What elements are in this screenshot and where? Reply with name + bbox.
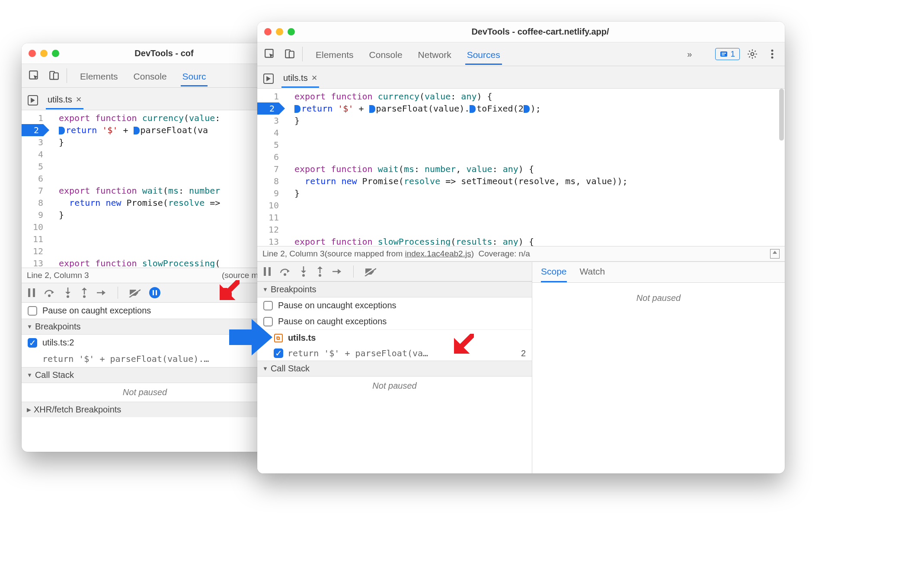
svg-point-17 (751, 53, 754, 56)
annotation-blue-arrow-icon (229, 319, 272, 355)
svg-point-19 (771, 53, 774, 55)
breakpoint-file-row[interactable]: ▼ ⧉ utils.ts (257, 329, 532, 346)
minimize-icon[interactable] (276, 28, 283, 35)
titlebar[interactable]: DevTools - coffee-cart.netlify.app/ (257, 22, 785, 42)
breakpoint-file-name: utils.ts (288, 333, 316, 343)
not-paused-label: Not paused (257, 377, 532, 395)
step-out-icon[interactable] (316, 266, 324, 277)
pause-on-caught-checkbox[interactable]: Pause on caught exceptions (22, 303, 268, 319)
step-icon[interactable] (333, 268, 343, 275)
kebab-menu-icon[interactable] (765, 47, 780, 61)
step-into-icon[interactable] (300, 266, 307, 277)
svg-rect-0 (29, 71, 37, 79)
svg-point-7 (83, 295, 86, 298)
code-content[interactable]: export function currency(value: any) {re… (283, 89, 628, 246)
device-toggle-icon[interactable] (282, 47, 297, 61)
breakpoint-marker-icon[interactable] (369, 105, 375, 113)
checkbox-checked-icon[interactable]: ✓ (274, 348, 283, 358)
svg-point-18 (771, 50, 774, 52)
step-out-icon[interactable] (80, 288, 88, 298)
file-tab-label: utils.ts (48, 95, 72, 105)
file-tab-bar: utils.ts ✕ (22, 88, 268, 110)
tab-watch[interactable]: Watch (580, 266, 605, 282)
breakpoint-item[interactable]: ✓ return '$' + parseFloat(va… 2 (257, 346, 532, 361)
svg-rect-22 (269, 267, 271, 276)
checkbox-checked-icon[interactable]: ✓ (28, 338, 37, 348)
chevron-down-icon: ▼ (27, 372, 32, 378)
close-icon[interactable] (29, 50, 36, 57)
breakpoint-title: utils.ts:2 (42, 338, 74, 348)
main-toolbar: Elements Console Network Sources » 1 (257, 42, 785, 66)
device-toggle-icon[interactable] (47, 68, 61, 83)
code-content[interactable]: export function currency(value:return '$… (48, 110, 220, 268)
tab-console[interactable]: Console (368, 44, 404, 64)
deactivate-breakpoints-icon[interactable] (128, 288, 141, 297)
step-over-icon[interactable] (44, 288, 55, 297)
step-into-icon[interactable] (64, 288, 72, 298)
deactivate-breakpoints-icon[interactable] (364, 267, 376, 276)
section-xhr-breakpoints[interactable]: ▶ XHR/fetch Breakpoints (22, 402, 268, 417)
inspect-icon[interactable] (27, 68, 42, 83)
section-call-stack[interactable]: ▼ Call Stack (257, 361, 532, 377)
navigator-toggle-icon[interactable] (28, 95, 38, 105)
sourcemap-note: (source ma (222, 271, 263, 280)
minimize-icon[interactable] (40, 50, 48, 57)
cursor-position: Line 2, Column 3 (262, 249, 325, 259)
checkbox-unchecked-icon[interactable] (263, 301, 273, 310)
expand-icon[interactable] (770, 249, 780, 259)
breakpoint-marker-icon[interactable] (134, 127, 140, 134)
inspect-icon[interactable] (262, 47, 277, 61)
tab-console[interactable]: Console (132, 65, 169, 86)
breakpoint-marker-icon[interactable] (59, 127, 65, 134)
pause-icon[interactable] (28, 288, 35, 297)
navigator-toggle-icon[interactable] (263, 74, 274, 84)
source-file-link[interactable]: index.1ac4eab2.js (405, 249, 471, 258)
close-icon[interactable] (264, 28, 272, 35)
step-over-icon[interactable] (280, 267, 291, 276)
sourcemap-note: (source mapped from index.1ac4eab2.js) C… (325, 249, 530, 259)
pause-on-exceptions-icon[interactable] (149, 287, 160, 298)
tab-network[interactable]: Network (416, 44, 453, 64)
pause-caught-label: Pause on caught exceptions (278, 316, 387, 326)
not-paused-label: Not paused (22, 383, 268, 402)
chevron-down-icon: ▼ (262, 365, 268, 372)
pause-caught-label: Pause on caught exceptions (42, 306, 151, 316)
issues-badge[interactable]: 1 (715, 48, 740, 60)
file-tab-utils[interactable]: utils.ts ✕ (281, 70, 319, 88)
tab-elements[interactable]: Elements (314, 44, 355, 64)
section-breakpoints[interactable]: ▼ Breakpoints (257, 281, 532, 297)
breakpoint-marker-icon[interactable] (524, 105, 530, 113)
svg-rect-9 (153, 290, 154, 295)
svg-rect-13 (289, 51, 294, 58)
tab-sources[interactable]: Sources (465, 44, 502, 64)
zoom-icon[interactable] (52, 50, 59, 57)
svg-rect-10 (156, 290, 157, 295)
scrollbar-thumb[interactable] (779, 89, 784, 141)
debugger-toolbar (257, 262, 532, 281)
pause-on-caught-checkbox[interactable]: Pause on caught exceptions (257, 313, 532, 329)
more-tabs-icon[interactable]: » (687, 49, 692, 59)
devtools-window-a: DevTools - cof Elements Console Sourc ut… (22, 43, 268, 452)
tab-sources[interactable]: Sourc (181, 65, 208, 86)
breakpoint-marker-icon[interactable] (294, 105, 301, 113)
zoom-icon[interactable] (288, 28, 295, 35)
panel-tabs: Elements Console Sourc (78, 65, 263, 86)
tab-elements[interactable]: Elements (78, 65, 120, 86)
checkbox-unchecked-icon[interactable] (28, 306, 37, 316)
close-icon[interactable]: ✕ (76, 95, 82, 104)
svg-point-20 (771, 57, 774, 59)
svg-point-25 (319, 274, 321, 277)
breakpoint-marker-icon[interactable] (470, 105, 476, 113)
tab-scope[interactable]: Scope (541, 266, 567, 282)
section-call-stack[interactable]: ▼ Call Stack (22, 367, 268, 383)
annotation-red-arrow-icon (454, 334, 474, 354)
pause-icon[interactable] (263, 267, 271, 276)
gear-icon[interactable] (745, 47, 760, 61)
step-icon[interactable] (97, 289, 107, 297)
pause-on-uncaught-checkbox[interactable]: Pause on uncaught exceptions (257, 297, 532, 313)
titlebar[interactable]: DevTools - cof (22, 43, 268, 64)
sourcemap-file-icon: ⧉ (274, 334, 283, 342)
close-icon[interactable]: ✕ (311, 74, 317, 83)
svg-point-23 (284, 273, 286, 276)
file-tab-utils[interactable]: utils.ts ✕ (46, 91, 83, 109)
